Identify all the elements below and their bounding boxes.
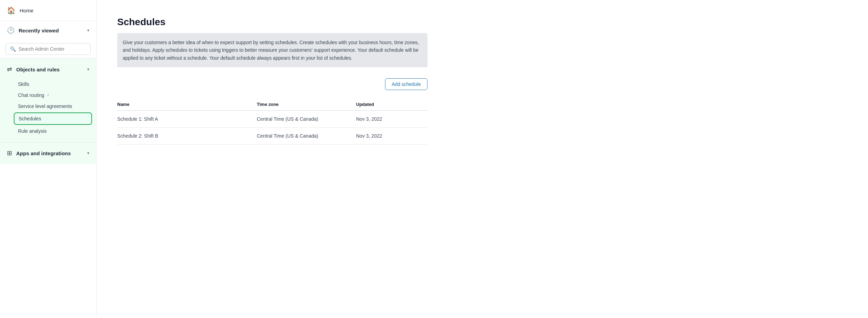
objects-rules-label: Objects and rules [16, 67, 83, 72]
chat-routing-label: Chat routing [18, 92, 44, 98]
sidebar-home[interactable]: 🏠 Home [0, 0, 96, 21]
rule-analysis-label: Rule analysis [18, 128, 47, 134]
sidebar-item-rule-analysis[interactable]: Rule analysis [0, 126, 96, 137]
objects-sub-items: Skills Chat routing ↗ Service level agre… [0, 77, 96, 139]
row-name-1: Schedule 2: Shift B [117, 128, 257, 145]
search-input[interactable] [19, 46, 86, 52]
sidebar-item-skills[interactable]: Skills [0, 79, 96, 90]
apps-integrations-header[interactable]: ⊞ Apps and integrations ▾ [0, 145, 96, 161]
objects-rules-chevron: ▾ [87, 67, 89, 72]
search-icon: 🔍 [10, 46, 16, 52]
add-schedule-button[interactable]: Add schedule [385, 78, 427, 90]
apps-integrations-section: ⊞ Apps and integrations ▾ [0, 142, 96, 164]
objects-icon: ⇌ [7, 66, 12, 73]
table-row[interactable]: Schedule 1: Shift A Central Time (US & C… [117, 111, 427, 128]
skills-label: Skills [18, 81, 29, 87]
row-updated-1: Nov 3, 2022 [356, 128, 427, 145]
main-content: Schedules Give your customers a better i… [97, 0, 868, 318]
table-header-row: Name Time zone Updated [117, 98, 427, 111]
home-icon: 🏠 [7, 6, 16, 14]
search-box[interactable]: 🔍 [6, 43, 91, 55]
apps-integrations-label: Apps and integrations [16, 150, 83, 156]
home-label: Home [20, 8, 33, 13]
page-description: Give your customers a better idea of whe… [117, 33, 427, 67]
apps-icon: ⊞ [7, 149, 12, 157]
sidebar-item-service-level[interactable]: Service level agreements [0, 101, 96, 112]
row-timezone-0: Central Time (US & Canada) [257, 111, 356, 128]
toolbar: Add schedule [117, 78, 427, 90]
apps-integrations-chevron: ▾ [87, 151, 89, 156]
col-header-updated: Updated [356, 98, 427, 111]
col-header-name: Name [117, 98, 257, 111]
sidebar: 🏠 Home 🕐 Recently viewed ▾ 🔍 ⇌ Objects a… [0, 0, 97, 318]
recently-viewed-section: 🕐 Recently viewed ▾ [0, 21, 96, 40]
sidebar-item-chat-routing[interactable]: Chat routing ↗ [0, 90, 96, 101]
page-title: Schedules [117, 17, 847, 28]
col-header-timezone: Time zone [257, 98, 356, 111]
recently-viewed-chevron: ▾ [87, 28, 89, 33]
external-link-icon: ↗ [46, 93, 49, 98]
row-timezone-1: Central Time (US & Canada) [257, 128, 356, 145]
table-row[interactable]: Schedule 2: Shift B Central Time (US & C… [117, 128, 427, 145]
sidebar-item-schedules[interactable]: Schedules Schedules [14, 112, 92, 125]
recently-viewed-header[interactable]: 🕐 Recently viewed ▾ [0, 22, 96, 38]
objects-rules-section: ⇌ Objects and rules ▾ Skills Chat routin… [0, 58, 96, 142]
row-name-0: Schedule 1: Shift A [117, 111, 257, 128]
objects-rules-header[interactable]: ⇌ Objects and rules ▾ [0, 61, 96, 77]
schedule-table: Name Time zone Updated Schedule 1: Shift… [117, 98, 427, 145]
service-level-label: Service level agreements [18, 103, 72, 109]
clock-icon: 🕐 [7, 27, 14, 34]
search-container: 🔍 [0, 40, 96, 58]
schedules-label: Schedules [19, 116, 41, 121]
row-updated-0: Nov 3, 2022 [356, 111, 427, 128]
recently-viewed-label: Recently viewed [19, 28, 83, 33]
